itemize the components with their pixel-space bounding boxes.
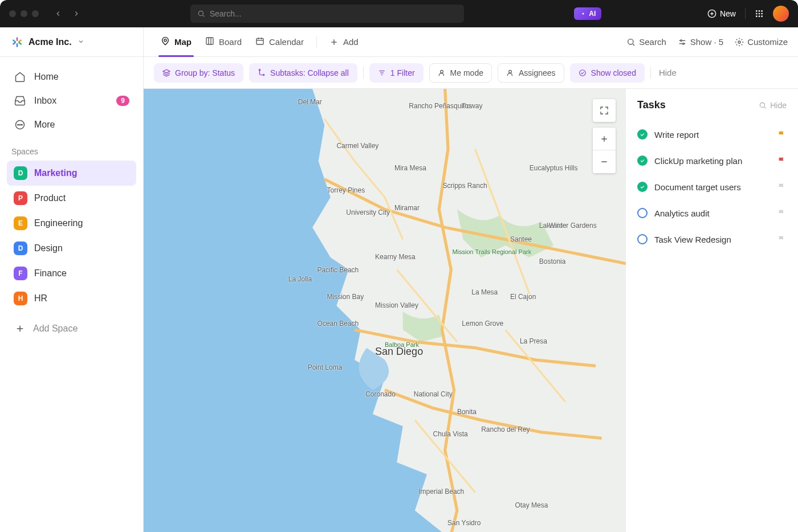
show-columns-button[interactable]: Show · 5 [678,37,723,47]
svg-point-42 [682,43,684,44]
map-place-label: Santee [510,235,532,243]
map-place-label: Miramar [394,204,420,212]
window-controls [9,10,39,17]
home-icon [14,71,26,83]
workspace-switcher[interactable]: Acme Inc. [0,27,143,57]
map-place-label: Eucalyptus Hills [530,164,578,172]
space-avatar-icon: P [14,191,27,205]
svg-point-0 [198,11,203,15]
sidebar-item-home[interactable]: Home [7,65,136,89]
task-row[interactable]: ClickUp marketing plan [637,148,787,174]
apps-grid-button[interactable] [755,9,764,18]
assignees-pill[interactable]: Assignees [498,63,564,83]
svg-point-57 [760,103,765,107]
inbox-count-badge: 9 [116,96,129,106]
me-mode-pill[interactable]: Me mode [429,63,492,83]
more-icon [14,118,26,131]
svg-point-8 [761,10,763,12]
svg-point-6 [756,10,758,12]
task-status-icon[interactable] [637,182,648,192]
svg-point-52 [579,69,585,76]
map-place-label: Imperial Beach [418,488,464,496]
space-name: Engineering [34,218,83,228]
map-view[interactable]: San Diego Del MarCarmel ValleyTorrey Pin… [144,89,626,532]
tab-map[interactable]: Map [154,27,198,56]
task-row[interactable]: Document target users [637,174,787,200]
subtasks-pill[interactable]: Subtasks: Collapse all [249,63,357,83]
task-status-icon[interactable] [637,208,648,218]
tab-label: Board [219,37,242,47]
tasks-panel-title: Tasks [637,99,666,111]
space-item-finance[interactable]: FFinance [7,261,136,286]
global-search-input[interactable]: Search... [190,5,464,23]
add-space-label: Add Space [33,324,78,334]
map-place-label: El Cajon [510,293,536,301]
tab-label: Map [174,37,192,47]
map-fullscreen-button[interactable] [593,99,616,122]
add-view-button[interactable]: Add [323,27,365,56]
search-icon [626,38,636,47]
flag-icon[interactable] [777,235,787,244]
add-space-button[interactable]: Add Space [7,317,136,341]
svg-point-43 [738,41,740,43]
flag-icon[interactable] [777,208,787,218]
task-row[interactable]: Analytics audit [637,200,787,226]
hide-filters-button[interactable]: Hide [659,68,677,77]
maximize-window-icon[interactable] [32,10,39,17]
task-row[interactable]: Task View Redesign [637,226,787,252]
nav-forward-button[interactable] [68,6,84,22]
customize-button[interactable]: Customize [735,37,788,47]
space-item-engineering[interactable]: EEngineering [7,211,136,236]
flag-icon[interactable] [777,130,787,139]
tab-board[interactable]: Board [198,27,249,56]
show-closed-pill[interactable]: Show closed [570,63,645,83]
map-zoom-in-button[interactable] [593,128,616,150]
close-window-icon[interactable] [9,10,16,17]
task-row[interactable]: Write report [637,121,787,148]
filter-pill[interactable]: 1 Filter [369,63,424,83]
search-icon [759,101,767,109]
map-place-label: Chula Vista [433,430,468,438]
sidebar-item-more[interactable]: More [7,113,136,137]
task-status-icon[interactable] [637,155,648,166]
flag-icon[interactable] [777,182,787,191]
divider [363,67,364,79]
subtask-icon [258,69,266,77]
user-avatar[interactable] [773,6,789,22]
task-status-icon[interactable] [637,129,648,140]
map-place-label: Bostonia [539,257,566,265]
svg-rect-28 [206,38,213,44]
sliders-icon [678,38,687,47]
topbar: Search... AI New [0,0,798,27]
divider [650,67,651,79]
map-place-label: Rancho Peñasquitos [409,102,472,110]
map-place-label: La Mesa [471,288,498,296]
tab-calendar[interactable]: Calendar [249,27,311,56]
flag-icon[interactable] [777,156,787,165]
new-button[interactable]: New [707,9,736,18]
map-place-label: Mira Mesa [394,164,426,172]
minimize-window-icon[interactable] [21,10,27,17]
nav-back-button[interactable] [50,6,66,22]
ai-button[interactable]: AI [574,7,601,20]
plus-icon [14,322,26,335]
map-zoom-out-button[interactable] [593,150,616,173]
layers-icon [162,69,170,77]
map-place-label: Otay Mesa [515,501,548,509]
svg-point-2 [583,13,584,15]
view-search-button[interactable]: Search [626,37,666,47]
sidebar-item-label: More [34,120,55,130]
task-name: Write report [654,130,771,140]
sidebar-item-inbox[interactable]: Inbox 9 [7,89,136,113]
group-by-pill[interactable]: Group by: Status [154,63,243,83]
task-status-icon[interactable] [637,234,648,244]
tasks-hide-button[interactable]: Hide [759,101,787,110]
map-place-label: San Ysidro [447,519,481,527]
svg-line-17 [19,42,21,44]
space-item-product[interactable]: PProduct [7,186,136,211]
map-place-label: Rancho del Rey [481,425,530,433]
space-item-design[interactable]: DDesign [7,236,136,261]
space-item-marketing[interactable]: DMarketing [7,161,136,186]
space-item-hr[interactable]: HHR [7,286,136,311]
map-place-label: Ocean Beach [317,320,359,328]
